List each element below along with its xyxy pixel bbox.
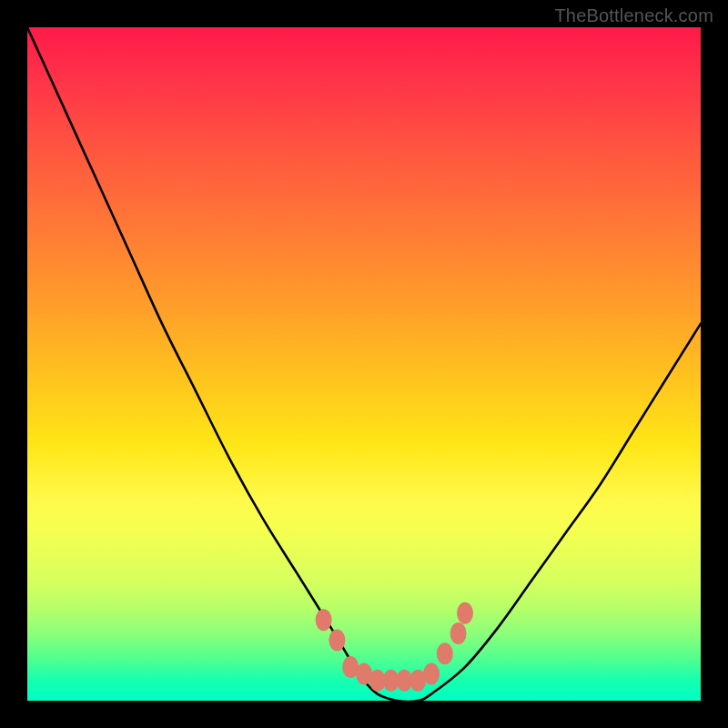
marker-dot [316, 609, 332, 631]
marker-dot [457, 602, 473, 624]
chart-frame: TheBottleneck.com [0, 0, 728, 728]
marker-dot [423, 662, 440, 684]
marker-dot [437, 642, 453, 664]
watermark-text: TheBottleneck.com [554, 5, 713, 26]
plot-area [27, 27, 701, 701]
marker-dot [329, 629, 345, 651]
marker-dot [450, 622, 467, 644]
bottleneck-curve [27, 27, 701, 701]
